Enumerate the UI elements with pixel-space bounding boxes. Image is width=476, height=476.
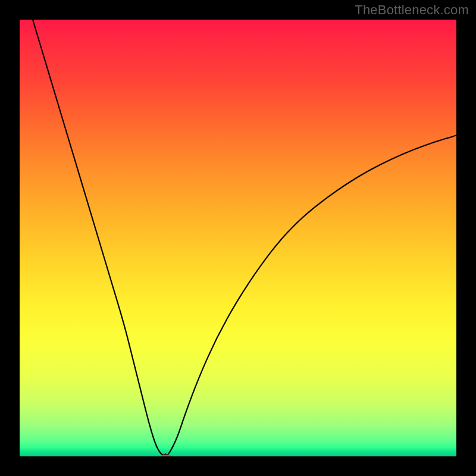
optimum-marker [162, 455, 171, 458]
plot-area [18, 18, 458, 458]
bottleneck-curve [20, 20, 456, 456]
chart-stage: TheBottleneck.com [0, 0, 476, 476]
watermark-text: TheBottleneck.com [355, 2, 469, 18]
curve-path [33, 20, 456, 455]
